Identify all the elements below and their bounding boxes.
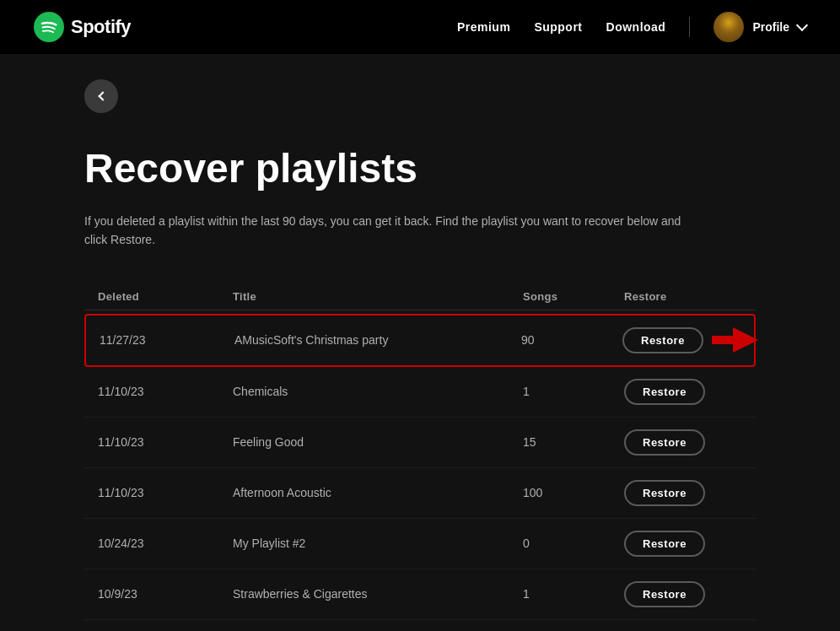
cell-songs: 0 — [523, 537, 624, 550]
spotify-wordmark: Spotify — [71, 16, 131, 38]
back-arrow-icon — [98, 91, 107, 100]
navbar-right: Premium Support Download Profile — [457, 12, 806, 42]
table-header: Deleted Title Songs Restore — [84, 283, 756, 310]
cell-songs: 100 — [523, 486, 624, 499]
cell-title: Feeling Good — [233, 435, 523, 449]
nav-support[interactable]: Support — [534, 20, 582, 34]
spotify-logo[interactable]: Spotify — [34, 12, 131, 42]
cell-songs: 15 — [523, 435, 624, 449]
cell-date: 11/10/23 — [98, 385, 233, 398]
table-row: 10/9/23Strawberries & Cigarettes1Restore — [84, 569, 756, 620]
chevron-down-icon — [796, 19, 808, 31]
nav-download[interactable]: Download — [606, 20, 666, 34]
row-wrapper: 10/9/23Strawberries & Cigarettes1Restore — [84, 569, 756, 620]
cell-date: 11/27/23 — [100, 333, 234, 347]
main-content: Recover playlists If you deleted a playl… — [0, 54, 840, 631]
page-description: If you deleted a playlist within the las… — [84, 212, 692, 250]
row-wrapper: 10/24/23My Playlist #20Restore — [84, 519, 756, 569]
restore-button[interactable]: Restore — [624, 480, 705, 506]
svg-marker-1 — [712, 327, 758, 353]
restore-button[interactable]: Restore — [624, 531, 705, 557]
cell-date: 10/24/23 — [98, 537, 233, 550]
cell-songs: 90 — [521, 333, 622, 347]
restore-button[interactable]: Restore — [624, 581, 705, 607]
cell-restore: Restore — [624, 379, 742, 405]
restore-container: Restore — [624, 379, 705, 405]
cell-restore: Restore — [624, 531, 742, 557]
cell-songs: 1 — [523, 385, 624, 398]
row-wrapper: 11/10/23Feeling Good15Restore — [84, 418, 756, 468]
cell-date: 11/10/23 — [98, 486, 233, 499]
restore-button[interactable]: Restore — [622, 327, 703, 353]
restore-container: Restore — [624, 429, 705, 456]
profile-section[interactable]: Profile — [713, 12, 806, 42]
table-row: 11/27/23AMusicSoft's Christmas party90Re… — [84, 314, 756, 367]
table-body: 11/27/23AMusicSoft's Christmas party90Re… — [84, 314, 756, 620]
profile-label: Profile — [752, 20, 789, 34]
cell-restore: Restore — [624, 581, 742, 607]
cell-restore: Restore — [622, 327, 740, 353]
cell-title: AMusicSoft's Christmas party — [234, 333, 521, 347]
row-wrapper: 11/27/23AMusicSoft's Christmas party90Re… — [84, 314, 756, 367]
header-restore: Restore — [624, 290, 742, 303]
restore-container: Restore — [624, 531, 705, 557]
table-row: 11/10/23Chemicals1Restore — [84, 367, 756, 418]
table-row: 11/10/23Feeling Good15Restore — [84, 418, 756, 468]
page-title: Recover playlists — [84, 147, 756, 191]
cell-songs: 1 — [523, 587, 624, 601]
restore-button[interactable]: Restore — [624, 379, 705, 405]
back-button[interactable] — [84, 79, 118, 113]
cell-restore: Restore — [624, 429, 742, 456]
header-title: Title — [233, 290, 523, 303]
cell-date: 10/9/23 — [98, 587, 233, 601]
cell-restore: Restore — [624, 480, 742, 506]
red-arrow-icon — [712, 327, 758, 353]
cell-date: 11/10/23 — [98, 435, 233, 449]
avatar — [713, 12, 744, 42]
restore-button[interactable]: Restore — [624, 429, 705, 456]
navbar-left: Spotify — [34, 12, 131, 42]
spotify-logo-icon — [34, 12, 64, 42]
nav-premium[interactable]: Premium — [457, 20, 510, 34]
cell-title: My Playlist #2 — [233, 537, 523, 550]
table-row: 11/10/23Afternoon Acoustic100Restore — [84, 468, 756, 519]
restore-container: Restore — [622, 327, 703, 353]
restore-container: Restore — [624, 480, 705, 506]
avatar-image — [713, 12, 744, 42]
nav-divider — [689, 17, 690, 37]
row-wrapper: 11/10/23Afternoon Acoustic100Restore — [84, 468, 756, 519]
row-wrapper: 11/10/23Chemicals1Restore — [84, 367, 756, 418]
restore-container: Restore — [624, 581, 705, 607]
table-row: 10/24/23My Playlist #20Restore — [84, 519, 756, 569]
cell-title: Afternoon Acoustic — [233, 486, 523, 499]
header-deleted: Deleted — [98, 290, 233, 303]
navbar: Spotify Premium Support Download Profile — [0, 0, 840, 54]
cell-title: Chemicals — [233, 385, 523, 398]
header-songs: Songs — [523, 290, 624, 303]
cell-title: Strawberries & Cigarettes — [233, 587, 523, 601]
